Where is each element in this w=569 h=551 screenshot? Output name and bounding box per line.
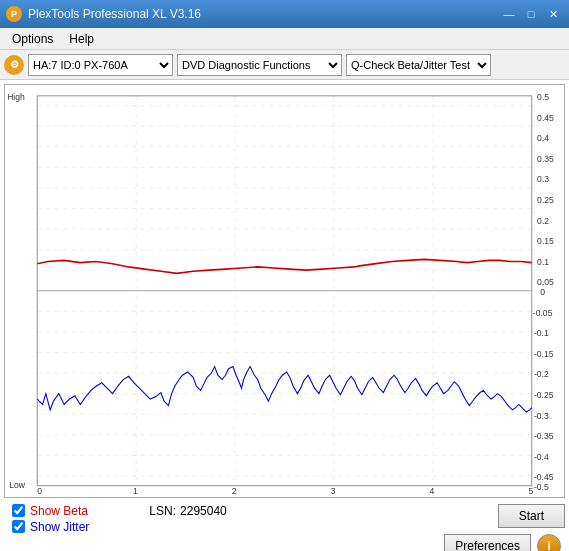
svg-text:4: 4: [430, 486, 435, 496]
show-jitter-item: Show Jitter: [12, 520, 89, 534]
menu-bar: Options Help: [0, 28, 569, 50]
toolbar-drive-icon: ⚙: [4, 55, 24, 75]
info-button[interactable]: i: [537, 534, 561, 552]
svg-text:0.05: 0.05: [537, 277, 554, 287]
bottom-controls: Show Beta Show Jitter LSN: 2295040 Start: [4, 504, 565, 534]
svg-text:2: 2: [232, 486, 237, 496]
lsn-label: LSN:: [149, 504, 176, 518]
svg-text:0.35: 0.35: [537, 154, 554, 164]
svg-text:0.5: 0.5: [537, 92, 549, 102]
lsn-value: 2295040: [180, 504, 227, 518]
preferences-button[interactable]: Preferences: [444, 534, 531, 552]
test-select[interactable]: Q-Check Beta/Jitter Test: [346, 54, 491, 76]
preferences-row: Preferences i: [4, 534, 565, 552]
svg-text:-0.05: -0.05: [533, 308, 553, 318]
svg-text:0.4: 0.4: [537, 133, 549, 143]
bottom-panel: Show Beta Show Jitter LSN: 2295040 Start…: [4, 502, 565, 552]
title-bar-controls: — □ ✕: [499, 5, 563, 23]
svg-text:5: 5: [529, 486, 534, 496]
svg-text:-0.45: -0.45: [534, 472, 554, 482]
svg-text:-0.4: -0.4: [534, 452, 549, 462]
maximize-button[interactable]: □: [521, 5, 541, 23]
svg-text:0: 0: [37, 486, 42, 496]
action-buttons: Start: [498, 504, 565, 528]
show-jitter-label[interactable]: Show Jitter: [30, 520, 89, 534]
svg-text:0: 0: [540, 287, 545, 297]
close-button[interactable]: ✕: [543, 5, 563, 23]
title-bar-left: P PlexTools Professional XL V3.16: [6, 6, 201, 22]
svg-text:-0.15: -0.15: [534, 349, 554, 359]
svg-text:1: 1: [133, 486, 138, 496]
toolbar: ⚙ HA:7 ID:0 PX-760A DVD Diagnostic Funct…: [0, 50, 569, 80]
svg-text:Low: Low: [9, 480, 26, 490]
show-beta-item: Show Beta: [12, 504, 89, 518]
svg-text:-0.2: -0.2: [534, 369, 549, 379]
svg-text:-0.25: -0.25: [534, 390, 554, 400]
show-beta-label[interactable]: Show Beta: [30, 504, 88, 518]
main-content: 0.5 0.45 0.4 0.35 0.3 0.25 0.2 0.15 0.1 …: [0, 80, 569, 551]
svg-text:0.45: 0.45: [537, 113, 554, 123]
chart-container: 0.5 0.45 0.4 0.35 0.3 0.25 0.2 0.15 0.1 …: [4, 84, 565, 498]
svg-text:-0.3: -0.3: [534, 411, 549, 421]
svg-text:-0.1: -0.1: [534, 328, 549, 338]
show-beta-checkbox[interactable]: [12, 504, 25, 517]
title-text: PlexTools Professional XL V3.16: [28, 7, 201, 21]
svg-text:0.3: 0.3: [537, 174, 549, 184]
start-button[interactable]: Start: [498, 504, 565, 528]
svg-text:-0.5: -0.5: [534, 482, 549, 492]
svg-text:-0.35: -0.35: [534, 431, 554, 441]
chart-svg: 0.5 0.45 0.4 0.35 0.3 0.25 0.2 0.15 0.1 …: [5, 85, 564, 497]
svg-text:0.2: 0.2: [537, 216, 549, 226]
svg-text:High: High: [7, 92, 25, 102]
show-jitter-checkbox[interactable]: [12, 520, 25, 533]
drive-select[interactable]: HA:7 ID:0 PX-760A: [28, 54, 173, 76]
minimize-button[interactable]: —: [499, 5, 519, 23]
title-bar: P PlexTools Professional XL V3.16 — □ ✕: [0, 0, 569, 28]
app-icon: P: [6, 6, 22, 22]
svg-text:3: 3: [331, 486, 336, 496]
lsn-section: LSN: 2295040: [149, 504, 226, 518]
menu-options[interactable]: Options: [4, 30, 61, 48]
menu-help[interactable]: Help: [61, 30, 102, 48]
function-select[interactable]: DVD Diagnostic Functions: [177, 54, 342, 76]
checkboxes-row: Show Beta Show Jitter: [4, 504, 89, 534]
svg-text:0.15: 0.15: [537, 236, 554, 246]
svg-text:0.25: 0.25: [537, 195, 554, 205]
svg-text:0.1: 0.1: [537, 257, 549, 267]
